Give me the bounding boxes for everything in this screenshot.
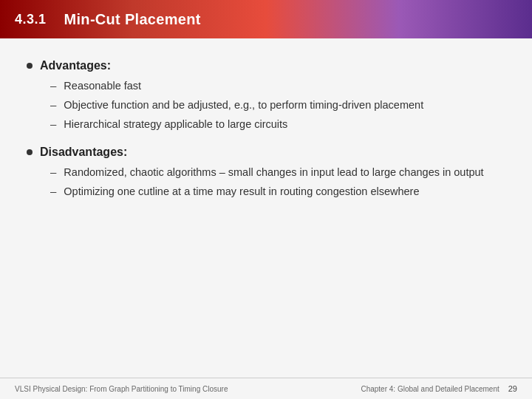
- disadvantages-sub-bullets: – Randomized, chaotic algorithms – small…: [27, 165, 505, 200]
- dash-icon-4: –: [50, 166, 56, 178]
- advantages-section: Advantages: – Reasonable fast – Objectiv…: [27, 59, 505, 132]
- slide-content: Advantages: – Reasonable fast – Objectiv…: [0, 38, 532, 378]
- slide-footer: VLSI Physical Design: From Graph Partiti…: [0, 378, 532, 399]
- disadvantage-text-2: Optimizing one cutline at a time may res…: [64, 184, 419, 200]
- dash-icon-2: –: [50, 98, 56, 111]
- section-number: 4.3.1: [15, 12, 47, 27]
- page-number: 29: [508, 384, 517, 393]
- footer-left-text: VLSI Physical Design: From Graph Partiti…: [15, 385, 228, 393]
- dash-icon-5: –: [50, 185, 56, 197]
- bullet-dot-1: [27, 63, 33, 69]
- slide-header: 4.3.1 Min-Cut Placement: [0, 0, 532, 38]
- dash-icon-3: –: [50, 117, 56, 130]
- disadvantages-label: Disadvantages:: [40, 146, 127, 159]
- disadvantage-item-1: – Randomized, chaotic algorithms – small…: [50, 165, 505, 181]
- advantages-bullet: Advantages:: [27, 59, 505, 72]
- advantage-item-3: – Hierarchical strategy applicable to la…: [50, 117, 505, 133]
- advantages-sub-bullets: – Reasonable fast – Objective function a…: [27, 78, 505, 132]
- advantages-label: Advantages:: [40, 59, 111, 72]
- bullet-dot-2: [27, 149, 33, 155]
- footer-right: Chapter 4: Global and Detailed Placement…: [361, 384, 517, 393]
- slide: 4.3.1 Min-Cut Placement Advantages: – Re…: [0, 0, 532, 399]
- disadvantage-text-1: Randomized, chaotic algorithms – small c…: [64, 165, 483, 181]
- footer-chapter: Chapter 4: Global and Detailed Placement: [361, 385, 499, 393]
- disadvantages-bullet: Disadvantages:: [27, 146, 505, 159]
- advantage-text-1: Reasonable fast: [64, 78, 141, 95]
- advantage-item-1: – Reasonable fast: [50, 78, 505, 95]
- dash-icon-1: –: [50, 79, 56, 92]
- advantage-item-2: – Objective function and be adjusted, e.…: [50, 98, 505, 114]
- disadvantage-item-2: – Optimizing one cutline at a time may r…: [50, 184, 505, 200]
- disadvantages-section: Disadvantages: – Randomized, chaotic alg…: [27, 146, 505, 200]
- advantage-text-3: Hierarchical strategy applicable to larg…: [64, 117, 287, 133]
- section-title: Min-Cut Placement: [64, 11, 201, 28]
- advantage-text-2: Objective function and be adjusted, e.g.…: [64, 98, 423, 114]
